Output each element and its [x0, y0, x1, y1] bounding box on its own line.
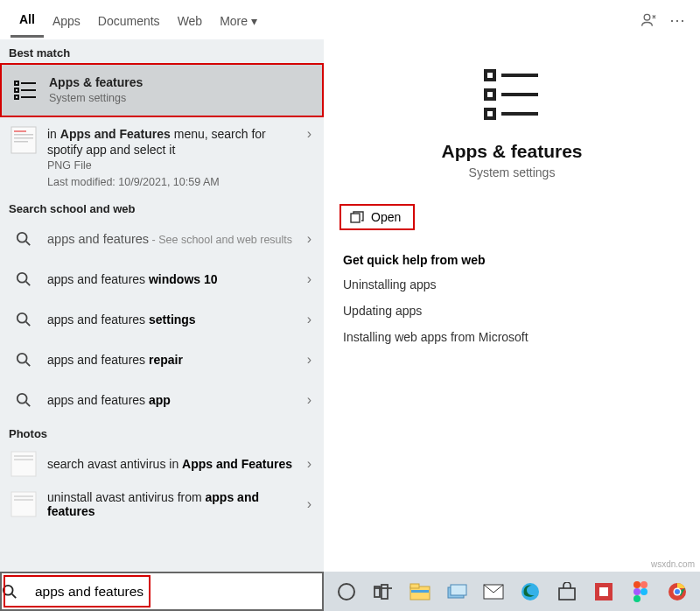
web-result-item[interactable]: apps and features app › — [0, 380, 324, 420]
help-link[interactable]: Uninstalling apps — [343, 277, 700, 291]
svg-point-20 — [18, 394, 27, 404]
help-link[interactable]: Installing web apps from Microsoft — [343, 330, 700, 344]
search-input[interactable] — [33, 573, 322, 609]
chevron-right-icon[interactable]: › — [304, 271, 315, 287]
doc-bold: Apps and Features — [60, 127, 171, 141]
open-label: Open — [371, 210, 401, 224]
svg-rect-34 — [351, 214, 360, 222]
search-icon — [2, 584, 33, 600]
image-file-icon — [9, 126, 38, 156]
figma-icon[interactable] — [628, 579, 653, 604]
svg-rect-26 — [14, 495, 33, 497]
photo-result[interactable]: search avast antivirus in Apps and Featu… — [0, 444, 324, 484]
chevron-down-icon: ▾ — [251, 14, 257, 28]
store-icon[interactable] — [555, 579, 579, 604]
best-match-result[interactable]: Apps & features System settings — [0, 63, 324, 117]
mail-layers-icon[interactable] — [444, 579, 469, 604]
chevron-right-icon[interactable]: › — [304, 231, 315, 247]
svg-line-17 — [26, 322, 31, 327]
taskbar — [324, 572, 700, 611]
chrome-icon[interactable] — [665, 579, 690, 604]
svg-rect-45 — [451, 585, 466, 595]
app-red-icon[interactable] — [592, 579, 616, 604]
svg-point-16 — [18, 313, 27, 323]
help-link[interactable]: Updating apps — [343, 304, 700, 318]
mail-icon[interactable] — [481, 579, 506, 604]
file-explorer-icon[interactable] — [408, 579, 432, 604]
svg-line-19 — [26, 362, 31, 367]
doc-type: PNG File — [47, 158, 304, 174]
photo-result[interactable]: uninstall avast antivirus from apps and … — [0, 484, 324, 524]
svg-point-35 — [4, 585, 13, 594]
svg-rect-9 — [14, 134, 33, 136]
svg-rect-5 — [15, 95, 18, 99]
web-see: - See school and web results — [149, 234, 292, 246]
document-result[interactable]: in Apps and Features menu, search for sp… — [0, 117, 324, 195]
tab-documents[interactable]: Documents — [89, 4, 169, 37]
settings-list-icon — [480, 66, 543, 125]
best-match-sub: System settings — [49, 91, 313, 107]
tab-more[interactable]: More ▾ — [211, 4, 266, 37]
web-base: apps and features — [47, 232, 149, 246]
svg-line-13 — [26, 242, 31, 246]
svg-rect-43 — [411, 590, 429, 593]
detail-panel: Apps & features System settings Open Get… — [324, 39, 700, 572]
svg-rect-10 — [14, 137, 33, 139]
svg-rect-3 — [15, 88, 18, 92]
svg-rect-42 — [410, 584, 419, 588]
svg-rect-11 — [14, 141, 28, 143]
cortana-icon[interactable] — [334, 579, 359, 604]
tab-apps[interactable]: Apps — [44, 4, 89, 37]
web-result-item[interactable]: apps and features windows 10 › — [0, 259, 324, 299]
svg-line-21 — [26, 403, 31, 407]
feedback-icon[interactable] — [640, 11, 665, 29]
svg-point-52 — [640, 581, 648, 588]
doc-prefix: in — [47, 127, 60, 141]
web-result-item[interactable]: apps and features settings › — [0, 299, 324, 340]
svg-rect-1 — [15, 81, 18, 85]
chevron-right-icon[interactable]: › — [304, 352, 315, 368]
section-search-web: Search school and web — [0, 195, 324, 219]
web-result-item[interactable]: apps and features repair › — [0, 340, 324, 380]
svg-rect-28 — [486, 71, 494, 80]
doc-modified: Last modified: 10/9/2021, 10:59 AM — [47, 175, 304, 191]
search-icon — [9, 345, 38, 375]
svg-point-0 — [644, 14, 650, 20]
svg-point-54 — [640, 588, 648, 595]
tab-web[interactable]: Web — [169, 4, 212, 37]
more-icon[interactable]: ⋯ — [665, 11, 690, 30]
svg-line-36 — [12, 593, 17, 598]
search-icon — [9, 224, 38, 254]
web-result-main[interactable]: apps and features - See school and web r… — [0, 219, 324, 259]
task-view-icon[interactable] — [371, 579, 396, 604]
svg-rect-27 — [14, 499, 33, 501]
chevron-right-icon[interactable]: › — [304, 392, 315, 408]
best-match-title: Apps & features — [49, 74, 313, 90]
tab-all[interactable]: All — [10, 2, 44, 38]
search-icon — [9, 385, 38, 415]
svg-point-51 — [634, 581, 640, 588]
svg-point-55 — [634, 595, 640, 602]
search-bar — [0, 572, 324, 611]
svg-line-15 — [26, 282, 31, 286]
svg-rect-48 — [559, 588, 575, 600]
search-icon — [9, 264, 38, 294]
results-panel: Best match Apps & features System settin… — [0, 39, 324, 572]
svg-point-14 — [18, 273, 27, 283]
svg-point-12 — [18, 233, 27, 242]
edge-icon[interactable] — [518, 579, 542, 604]
svg-point-58 — [675, 589, 680, 594]
chevron-right-icon[interactable]: › — [304, 126, 315, 142]
chevron-right-icon[interactable]: › — [304, 496, 315, 512]
image-file-icon — [9, 449, 38, 479]
detail-sub: System settings — [324, 165, 700, 179]
settings-list-icon — [10, 75, 40, 105]
open-button[interactable]: Open — [340, 204, 415, 230]
svg-rect-23 — [14, 455, 33, 457]
svg-rect-30 — [486, 90, 494, 99]
chevron-right-icon[interactable]: › — [304, 456, 315, 472]
open-icon — [350, 211, 364, 223]
search-icon — [9, 305, 38, 334]
chevron-right-icon[interactable]: › — [304, 312, 315, 327]
svg-point-18 — [18, 354, 27, 363]
